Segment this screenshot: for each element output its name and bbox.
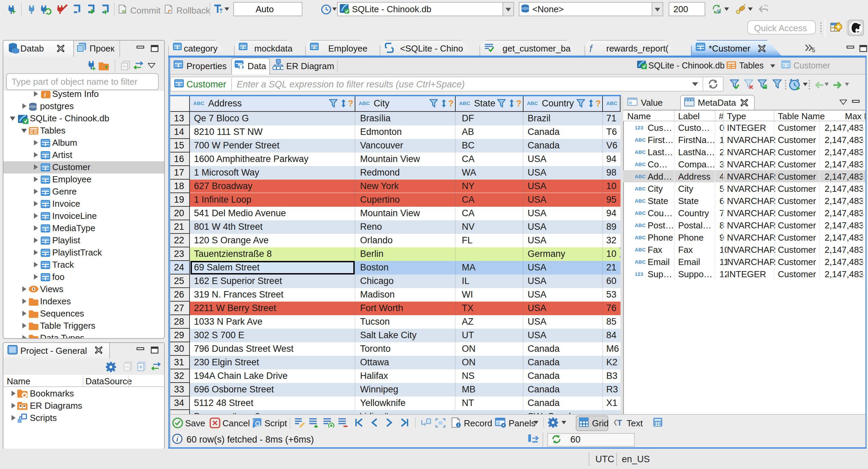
svg-text:5: 5 (812, 47, 815, 53)
svg-text:+: + (104, 64, 108, 70)
svg-text:T: T (617, 418, 622, 427)
svg-text:i: i (176, 435, 178, 443)
